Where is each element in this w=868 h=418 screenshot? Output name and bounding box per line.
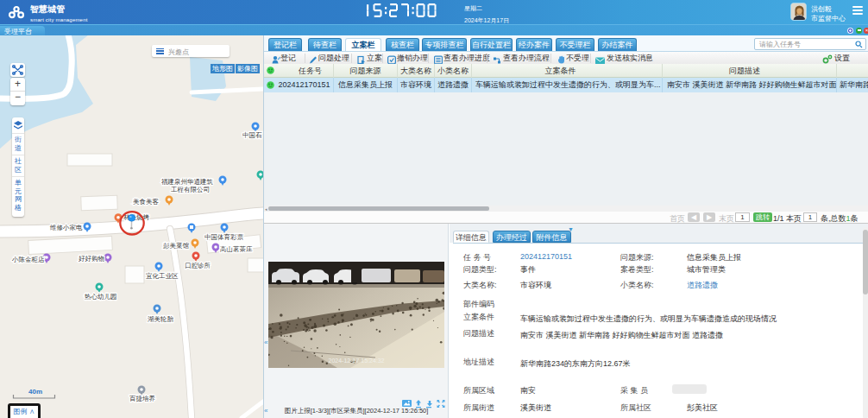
svg-text:湖美轮胎: 湖美轮胎 xyxy=(148,315,174,323)
svg-text:彭美菜馆: 彭美菜馆 xyxy=(163,242,190,250)
svg-text:40m: 40m xyxy=(28,388,42,396)
svg-text:小陈金柜店: 小陈金柜店 xyxy=(11,256,45,263)
svg-text:宜化工业区: 宜化工业区 xyxy=(146,272,179,280)
svg-text:福建泉州华通建筑: 福建泉州华通建筑 xyxy=(161,178,213,186)
svg-text:好好购物: 好好购物 xyxy=(79,255,104,263)
svg-text:2024-12-17 15:24:32: 2024-12-17 15:24:32 xyxy=(329,358,385,364)
svg-text:工程有限公司: 工程有限公司 xyxy=(171,186,210,193)
svg-text:高山茗茶庄: 高山茗茶庄 xyxy=(220,245,253,253)
svg-text:中国体育彩票: 中国体育彩票 xyxy=(204,233,244,241)
svg-text:维修小家电: 维修小家电 xyxy=(50,224,83,231)
svg-text:热心幼儿园: 热心幼儿园 xyxy=(84,293,117,301)
svg-text:百捷培养: 百捷培养 xyxy=(129,395,155,402)
svg-text:美食美客: 美食美客 xyxy=(133,198,160,206)
svg-text:中国石: 中国石 xyxy=(242,131,262,139)
svg-text:口腔诊所: 口腔诊所 xyxy=(185,262,211,269)
svg-text:林美烧烤: 林美烧烤 xyxy=(123,213,150,221)
